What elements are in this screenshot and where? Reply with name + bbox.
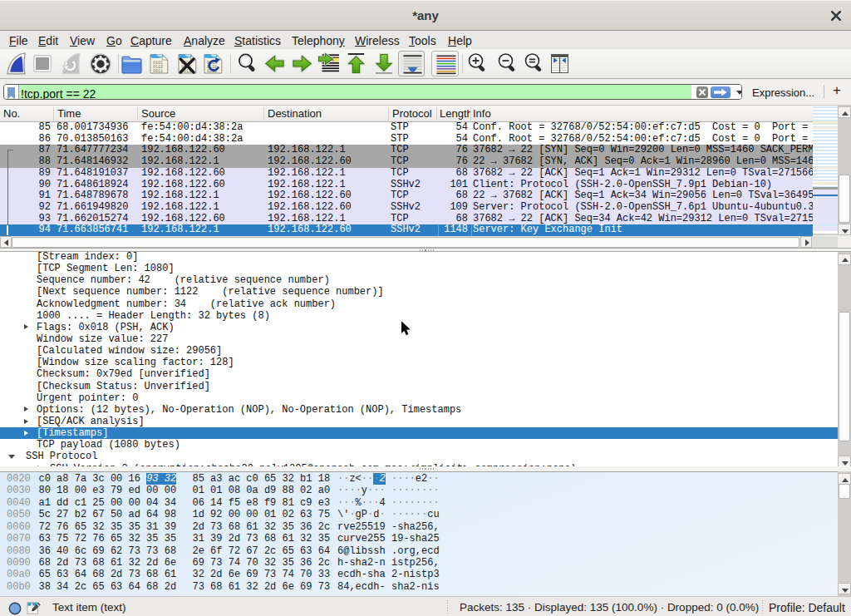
svg-text:0011: 0011 xyxy=(153,69,163,74)
